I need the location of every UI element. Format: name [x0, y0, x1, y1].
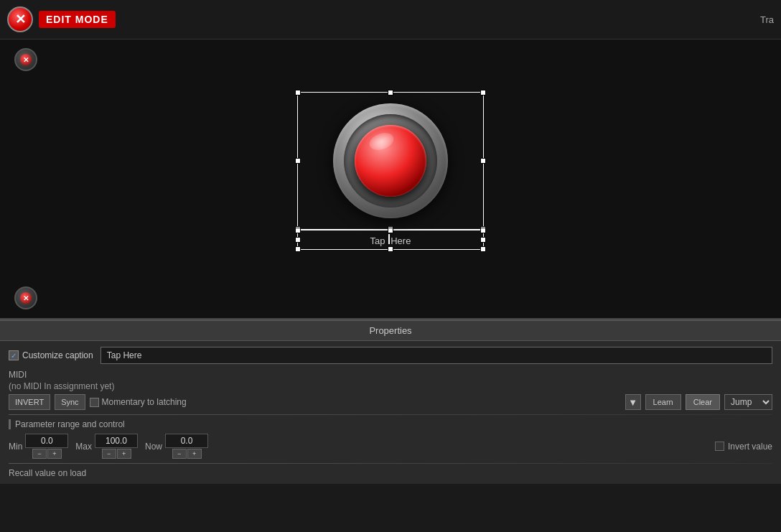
handle-tl[interactable] [295, 90, 301, 95]
header-tra-label: Tra [760, 14, 774, 25]
label-handle-tr[interactable] [480, 228, 486, 233]
widget-container: Tap Here [297, 92, 484, 250]
red-button-gloss [367, 130, 396, 154]
now-stepper: − + [172, 449, 202, 459]
max-increment-button[interactable]: + [117, 449, 131, 459]
max-param-group: Max − + [75, 434, 138, 459]
caption-input[interactable] [100, 347, 772, 364]
label-handle-bl[interactable] [295, 246, 301, 252]
handle-mr[interactable] [480, 158, 486, 164]
sync-button[interactable]: Sync [55, 394, 85, 410]
max-input-wrap: − + [95, 434, 138, 459]
recall-label: Recall value on load [9, 468, 86, 478]
min-param-group: Min − + [9, 434, 68, 459]
momentary-checkbox-label[interactable]: Momentary to latching [90, 397, 187, 407]
midi-left-controls: INVERT Sync Momentary to latching [9, 394, 621, 410]
param-section: Parameter range and control Min − + Max [9, 419, 772, 459]
jump-select[interactable]: Jump Pickup Toggle [724, 394, 772, 410]
properties-panel: Properties ✓ Customize caption MIDI (no … [0, 319, 781, 484]
midi-label: MIDI [9, 370, 772, 380]
label-handle-mr[interactable] [480, 237, 486, 243]
clear-button[interactable]: Clear [686, 394, 720, 410]
now-increment-button[interactable]: + [187, 449, 202, 459]
max-stepper: − + [102, 449, 131, 459]
handle-tr[interactable] [480, 90, 486, 95]
close-icon-top: ✕ [20, 54, 32, 65]
close-button-top[interactable]: ✕ [14, 48, 37, 71]
param-row: Min − + Max − + [9, 434, 772, 459]
min-increment-button[interactable]: + [47, 449, 62, 459]
close-icon-bottom: ✕ [20, 292, 32, 304]
canvas-inner: ✕ ✕ [0, 39, 781, 318]
min-label: Min [9, 442, 22, 452]
midi-controls-row: INVERT Sync Momentary to latching ▼ Lear… [9, 394, 772, 410]
invert-value-checkbox[interactable] [715, 442, 724, 451]
label-handle-bm[interactable] [388, 246, 393, 252]
max-input[interactable] [95, 434, 138, 448]
now-input[interactable] [165, 434, 208, 448]
now-param-group: Now − + [145, 434, 208, 459]
min-decrement-button[interactable]: − [32, 449, 47, 459]
red-button-ring [344, 114, 437, 207]
label-handle-tm[interactable] [388, 228, 393, 233]
red-button-wrap [309, 103, 472, 218]
momentary-checkbox[interactable] [90, 398, 99, 407]
caption-row: ✓ Customize caption [9, 347, 772, 364]
midi-assignment: (no MIDI In assignment yet) [9, 381, 772, 391]
min-input[interactable] [25, 434, 68, 448]
label-selection-box[interactable]: Tap Here [297, 230, 484, 250]
properties-header: Properties [0, 321, 781, 341]
canvas-area: ✕ ✕ [0, 39, 781, 319]
red-button-inner [355, 125, 426, 197]
customize-caption-checkbox[interactable]: ✓ [9, 350, 19, 360]
close-button-bottom[interactable]: ✕ [14, 286, 37, 309]
invert-button[interactable]: INVERT [9, 394, 50, 410]
edit-mode-label: EDIT MODE [39, 11, 116, 28]
widget-label-text: Tap Here [370, 234, 411, 246]
props-content: ✓ Customize caption MIDI (no MIDI In ass… [0, 341, 781, 484]
max-label: Max [75, 442, 92, 452]
now-input-wrap: − + [165, 434, 208, 459]
label-handle-tl[interactable] [295, 228, 301, 233]
divider-2 [9, 463, 772, 464]
label-handle-ml[interactable] [295, 237, 301, 243]
now-decrement-button[interactable]: − [172, 449, 187, 459]
now-label: Now [145, 442, 162, 452]
min-input-wrap: − + [25, 434, 68, 459]
handle-tm[interactable] [388, 90, 393, 95]
recall-section: Recall value on load [9, 468, 772, 478]
midi-section: MIDI (no MIDI In assignment yet) INVERT … [9, 370, 772, 410]
midi-right-controls: ▼ Learn Clear Jump Pickup Toggle [625, 394, 772, 410]
edit-mode-icon[interactable]: ✕ [7, 6, 33, 32]
learn-button[interactable]: Learn [645, 394, 681, 410]
param-section-label: Parameter range and control [9, 419, 772, 429]
edit-mode-badge: ✕ EDIT MODE [7, 6, 116, 32]
red-button-outer[interactable] [333, 103, 448, 218]
label-handle-br[interactable] [480, 246, 486, 252]
max-decrement-button[interactable]: − [102, 449, 116, 459]
button-selection-box[interactable] [297, 92, 484, 230]
invert-value-check[interactable]: Invert value [715, 442, 772, 452]
handle-ml[interactable] [295, 158, 301, 164]
customize-caption-label[interactable]: ✓ Customize caption [9, 350, 93, 360]
midi-dropdown-arrow[interactable]: ▼ [625, 394, 641, 410]
divider-1 [9, 414, 772, 415]
header-bar: ✕ EDIT MODE Tra [0, 0, 781, 39]
min-stepper: − + [32, 449, 62, 459]
